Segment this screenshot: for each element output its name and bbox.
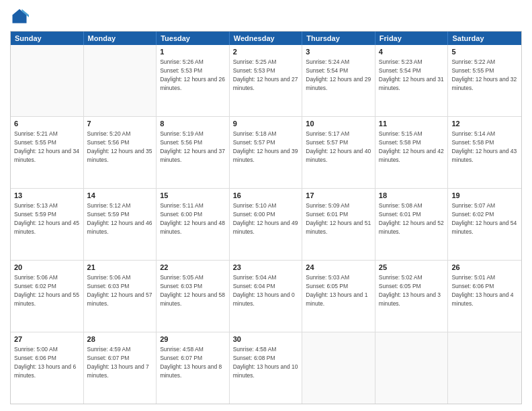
cell-text: Sunrise: 5:04 AM Sunset: 6:04 PM Dayligh… <box>233 274 295 307</box>
day-number: 12 <box>451 119 518 129</box>
calendar-cell: 3Sunrise: 5:24 AM Sunset: 5:54 PM Daylig… <box>302 45 375 116</box>
calendar-header-day: Monday <box>84 32 157 45</box>
cell-text: Sunrise: 5:19 AM Sunset: 5:56 PM Dayligh… <box>160 130 225 163</box>
logo <box>10 7 32 26</box>
calendar-cell: 14Sunrise: 5:12 AM Sunset: 5:59 PM Dayli… <box>84 189 157 260</box>
day-number: 20 <box>14 263 80 273</box>
calendar-cell: 15Sunrise: 5:11 AM Sunset: 6:00 PM Dayli… <box>157 189 230 260</box>
calendar-cell: 26Sunrise: 5:01 AM Sunset: 6:06 PM Dayli… <box>448 261 521 332</box>
day-number: 8 <box>160 119 226 129</box>
calendar-cell: 23Sunrise: 5:04 AM Sunset: 6:04 PM Dayli… <box>230 261 303 332</box>
calendar-cell: 25Sunrise: 5:02 AM Sunset: 6:05 PM Dayli… <box>375 261 449 332</box>
day-number: 25 <box>379 263 445 273</box>
cell-text: Sunrise: 5:10 AM Sunset: 6:00 PM Dayligh… <box>233 202 298 235</box>
calendar-cell: 5Sunrise: 5:22 AM Sunset: 5:55 PM Daylig… <box>448 45 521 116</box>
calendar-cell: 7Sunrise: 5:20 AM Sunset: 5:56 PM Daylig… <box>84 117 157 188</box>
cell-text: Sunrise: 5:26 AM Sunset: 5:53 PM Dayligh… <box>160 58 225 91</box>
calendar-cell: 16Sunrise: 5:10 AM Sunset: 6:00 PM Dayli… <box>230 189 303 260</box>
cell-text: Sunrise: 5:20 AM Sunset: 5:56 PM Dayligh… <box>87 130 152 163</box>
cell-text: Sunrise: 5:13 AM Sunset: 5:59 PM Dayligh… <box>14 202 79 235</box>
calendar-cell <box>84 45 157 116</box>
day-number: 22 <box>160 263 226 273</box>
calendar-cell: 20Sunrise: 5:06 AM Sunset: 6:02 PM Dayli… <box>11 261 84 332</box>
cell-text: Sunrise: 5:21 AM Sunset: 5:55 PM Dayligh… <box>14 130 79 163</box>
calendar-cell: 28Sunrise: 4:59 AM Sunset: 6:07 PM Dayli… <box>84 332 157 404</box>
cell-text: Sunrise: 5:24 AM Sunset: 5:54 PM Dayligh… <box>306 58 371 91</box>
day-number: 21 <box>87 263 153 273</box>
calendar-cell <box>375 332 449 404</box>
cell-text: Sunrise: 5:11 AM Sunset: 6:00 PM Dayligh… <box>160 202 225 235</box>
calendar-cell: 21Sunrise: 5:06 AM Sunset: 6:03 PM Dayli… <box>84 261 157 332</box>
cell-text: Sunrise: 4:58 AM Sunset: 6:08 PM Dayligh… <box>233 346 298 379</box>
calendar-cell <box>302 332 375 404</box>
cell-text: Sunrise: 4:58 AM Sunset: 6:07 PM Dayligh… <box>160 346 222 379</box>
calendar-cell: 18Sunrise: 5:08 AM Sunset: 6:01 PM Dayli… <box>375 189 449 260</box>
calendar-cell: 1Sunrise: 5:26 AM Sunset: 5:53 PM Daylig… <box>157 45 230 116</box>
day-number: 24 <box>306 263 371 273</box>
day-number: 2 <box>233 47 299 57</box>
calendar-cell: 24Sunrise: 5:03 AM Sunset: 6:05 PM Dayli… <box>302 261 375 332</box>
cell-text: Sunrise: 5:06 AM Sunset: 6:03 PM Dayligh… <box>87 274 152 307</box>
calendar-cell: 9Sunrise: 5:18 AM Sunset: 5:57 PM Daylig… <box>230 117 303 188</box>
cell-text: Sunrise: 5:25 AM Sunset: 5:53 PM Dayligh… <box>233 58 298 91</box>
calendar-row: 1Sunrise: 5:26 AM Sunset: 5:53 PM Daylig… <box>11 45 521 117</box>
cell-text: Sunrise: 5:00 AM Sunset: 6:06 PM Dayligh… <box>14 346 76 379</box>
calendar-header-day: Saturday <box>448 32 521 45</box>
calendar: SundayMondayTuesdayWednesdayThursdayFrid… <box>10 31 522 404</box>
day-number: 13 <box>14 191 80 201</box>
day-number: 30 <box>233 334 299 345</box>
cell-text: Sunrise: 4:59 AM Sunset: 6:07 PM Dayligh… <box>87 346 149 379</box>
cell-text: Sunrise: 5:07 AM Sunset: 6:02 PM Dayligh… <box>451 202 517 235</box>
day-number: 7 <box>87 119 153 129</box>
cell-text: Sunrise: 5:05 AM Sunset: 6:03 PM Dayligh… <box>160 274 225 307</box>
day-number: 6 <box>14 119 80 129</box>
calendar-cell: 6Sunrise: 5:21 AM Sunset: 5:55 PM Daylig… <box>11 117 84 188</box>
day-number: 14 <box>87 191 153 201</box>
calendar-row: 27Sunrise: 5:00 AM Sunset: 6:06 PM Dayli… <box>11 332 521 404</box>
day-number: 28 <box>87 334 153 345</box>
cell-text: Sunrise: 5:08 AM Sunset: 6:01 PM Dayligh… <box>379 202 444 235</box>
cell-text: Sunrise: 5:03 AM Sunset: 6:05 PM Dayligh… <box>306 274 367 307</box>
calendar-row: 6Sunrise: 5:21 AM Sunset: 5:55 PM Daylig… <box>11 117 521 189</box>
day-number: 3 <box>306 47 371 57</box>
cell-text: Sunrise: 5:14 AM Sunset: 5:58 PM Dayligh… <box>451 130 517 163</box>
cell-text: Sunrise: 5:01 AM Sunset: 6:06 PM Dayligh… <box>451 274 513 307</box>
cell-text: Sunrise: 5:22 AM Sunset: 5:55 PM Dayligh… <box>451 58 517 91</box>
calendar-row: 20Sunrise: 5:06 AM Sunset: 6:02 PM Dayli… <box>11 261 521 332</box>
cell-text: Sunrise: 5:18 AM Sunset: 5:57 PM Dayligh… <box>233 130 298 163</box>
calendar-header-day: Tuesday <box>157 32 230 45</box>
calendar-cell: 12Sunrise: 5:14 AM Sunset: 5:58 PM Dayli… <box>448 117 521 188</box>
calendar-header: SundayMondayTuesdayWednesdayThursdayFrid… <box>11 32 521 45</box>
header <box>10 7 522 26</box>
calendar-header-day: Sunday <box>11 32 84 45</box>
day-number: 29 <box>160 334 226 345</box>
calendar-cell: 13Sunrise: 5:13 AM Sunset: 5:59 PM Dayli… <box>11 189 84 260</box>
day-number: 17 <box>306 191 371 201</box>
svg-marker-0 <box>13 9 27 24</box>
day-number: 19 <box>451 191 518 201</box>
day-number: 15 <box>160 191 226 201</box>
day-number: 23 <box>233 263 299 273</box>
calendar-header-day: Friday <box>375 32 449 45</box>
calendar-cell: 10Sunrise: 5:17 AM Sunset: 5:57 PM Dayli… <box>302 117 375 188</box>
calendar-cell: 19Sunrise: 5:07 AM Sunset: 6:02 PM Dayli… <box>448 189 521 260</box>
calendar-row: 13Sunrise: 5:13 AM Sunset: 5:59 PM Dayli… <box>11 189 521 261</box>
logo-icon <box>10 7 29 26</box>
day-number: 10 <box>306 119 371 129</box>
day-number: 5 <box>451 47 518 57</box>
day-number: 27 <box>14 334 80 345</box>
day-number: 4 <box>379 47 445 57</box>
calendar-header-day: Thursday <box>302 32 375 45</box>
cell-text: Sunrise: 5:02 AM Sunset: 6:05 PM Dayligh… <box>379 274 441 307</box>
day-number: 9 <box>233 119 299 129</box>
calendar-cell: 17Sunrise: 5:09 AM Sunset: 6:01 PM Dayli… <box>302 189 375 260</box>
cell-text: Sunrise: 5:23 AM Sunset: 5:54 PM Dayligh… <box>379 58 444 91</box>
day-number: 11 <box>379 119 445 129</box>
calendar-body: 1Sunrise: 5:26 AM Sunset: 5:53 PM Daylig… <box>11 45 521 404</box>
cell-text: Sunrise: 5:15 AM Sunset: 5:58 PM Dayligh… <box>379 130 444 163</box>
page-container: SundayMondayTuesdayWednesdayThursdayFrid… <box>0 0 532 411</box>
cell-text: Sunrise: 5:09 AM Sunset: 6:01 PM Dayligh… <box>306 202 371 235</box>
day-number: 18 <box>379 191 445 201</box>
calendar-cell: 27Sunrise: 5:00 AM Sunset: 6:06 PM Dayli… <box>11 332 84 404</box>
day-number: 26 <box>451 263 518 273</box>
